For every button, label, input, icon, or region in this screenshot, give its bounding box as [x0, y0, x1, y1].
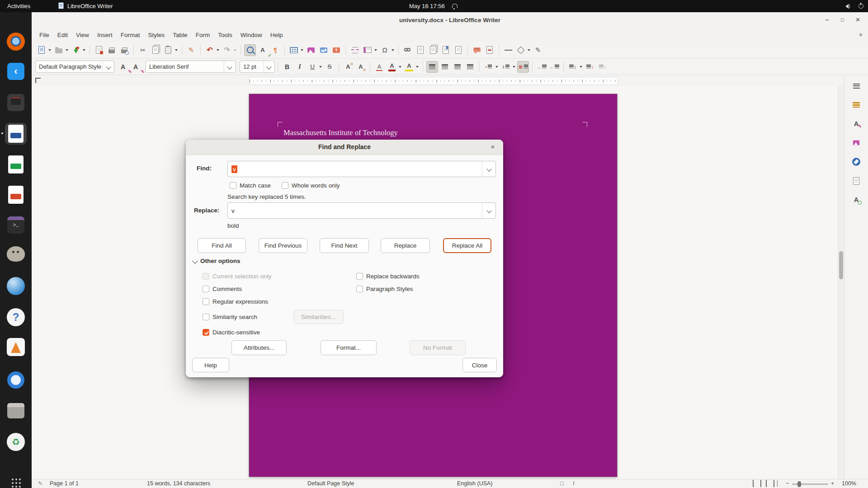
insert-footnote-icon[interactable] [415, 44, 426, 56]
help-button[interactable]: Help [192, 358, 229, 372]
similarity-search-checkbox[interactable] [203, 314, 209, 320]
new-document-dropdown[interactable] [48, 49, 51, 51]
dock-blue-ring-app-icon[interactable] [5, 369, 27, 391]
font-size-dropdown[interactable] [264, 61, 274, 72]
align-right-icon[interactable] [452, 61, 463, 73]
clock[interactable]: May 16 17:56 [409, 0, 445, 12]
tab-stop-selector-icon[interactable] [35, 78, 41, 83]
zoom-percent[interactable]: 100% [842, 479, 856, 488]
replace-backwards-checkbox[interactable] [356, 273, 363, 280]
insert-image-icon[interactable] [305, 44, 317, 56]
zoom-slider[interactable] [792, 483, 828, 485]
align-left-icon[interactable] [426, 61, 438, 73]
font-size-combo[interactable]: 12 pt [240, 61, 275, 73]
dock-firefox-icon[interactable] [5, 31, 27, 52]
other-options-expander-icon[interactable] [192, 258, 198, 264]
menu-form[interactable]: Form [192, 28, 214, 42]
cross-reference-icon[interactable] [453, 44, 464, 56]
insert-text-box-icon[interactable] [330, 44, 342, 56]
freeform-line-icon[interactable] [532, 44, 544, 56]
menu-help[interactable]: Help [266, 28, 287, 42]
dock-help-icon[interactable]: ? [5, 306, 27, 328]
cut-icon[interactable] [137, 44, 149, 56]
font-color-icon[interactable] [386, 61, 398, 73]
diacritic-sensitive-checkbox[interactable] [203, 329, 209, 336]
sidebar-menu-icon[interactable] [850, 80, 863, 92]
menu-file[interactable]: File [35, 28, 53, 42]
insert-chart-icon[interactable] [318, 44, 330, 56]
zoom-in-button[interactable]: + [831, 479, 834, 488]
regular-expressions-checkbox[interactable] [203, 298, 209, 305]
line-spacing-dropdown[interactable] [580, 66, 582, 68]
track-changes-icon[interactable] [484, 44, 495, 56]
strikethrough-icon[interactable] [324, 61, 335, 73]
menu-insert[interactable]: Insert [93, 28, 117, 42]
underline-dropdown[interactable] [319, 66, 322, 68]
page-number-status[interactable]: Page 1 of 1 [50, 479, 79, 488]
scrollbar-thumb[interactable] [839, 251, 843, 279]
comments-label[interactable]: Comments [212, 286, 242, 292]
paragraph-style-dropdown[interactable] [102, 61, 114, 72]
undo-dropdown[interactable] [217, 49, 219, 51]
volume-icon[interactable] [845, 4, 849, 9]
dialog-titlebar[interactable]: Find and Replace [186, 140, 503, 155]
insert-table-dropdown[interactable] [301, 49, 303, 51]
dock-recycle-app-icon[interactable]: ♻ [5, 431, 27, 453]
dock-dark-app-icon[interactable] [5, 92, 27, 113]
decrease-indent-icon[interactable]: ← [548, 61, 560, 73]
insert-hyperlink-icon[interactable] [402, 44, 414, 56]
attributes-button[interactable]: Attributes... [231, 340, 287, 355]
format-button[interactable]: Format... [321, 340, 377, 355]
menu-tools[interactable]: Tools [214, 28, 236, 42]
open-dropdown[interactable] [66, 49, 68, 51]
find-history-dropdown[interactable] [482, 161, 495, 177]
window-titlebar[interactable]: university.docx - LibreOffice Writer − □… [32, 12, 868, 29]
unordered-list-dropdown[interactable] [495, 66, 498, 68]
match-case-label[interactable]: Match case [240, 182, 271, 189]
no-list-icon[interactable]: ⊗ [517, 61, 529, 73]
print-preview-icon[interactable] [118, 44, 130, 56]
insert-table-icon[interactable] [288, 44, 300, 56]
dock-blue-sphere-app-icon[interactable] [5, 275, 27, 297]
menu-view[interactable]: View [72, 28, 93, 42]
replace-all-button[interactable]: Replace All [443, 238, 491, 253]
paste-dropdown[interactable] [175, 49, 178, 51]
highlight-color-icon[interactable] [403, 61, 415, 73]
regular-expressions-label[interactable]: Regular expressions [212, 298, 268, 305]
whole-words-checkbox[interactable] [282, 182, 288, 189]
paragraph-style-combo[interactable]: Default Paragraph Style [35, 61, 114, 73]
find-previous-button[interactable]: Find Previous [259, 238, 307, 253]
replace-history-dropdown[interactable] [482, 203, 495, 218]
justified-icon[interactable] [464, 61, 476, 73]
basic-shapes-icon[interactable] [515, 44, 527, 56]
new-document-icon[interactable] [36, 44, 47, 56]
insert-field-icon[interactable] [362, 44, 373, 56]
dock-terminal-icon[interactable]: >_ [5, 214, 27, 236]
line-spacing-icon[interactable]: ↕ [567, 61, 579, 73]
align-center-icon[interactable] [439, 61, 451, 73]
replace-backwards-label[interactable]: Replace backwards [366, 273, 420, 280]
dock-vlc-icon[interactable] [5, 336, 27, 358]
save-dropdown[interactable] [83, 49, 85, 51]
spelling-icon[interactable]: A [257, 44, 269, 56]
bold-icon[interactable] [281, 61, 293, 73]
zoom-out-button[interactable]: − [786, 479, 789, 488]
insert-field-dropdown[interactable] [374, 49, 377, 51]
minimize-button[interactable]: − [820, 12, 835, 28]
ordered-list-icon[interactable]: 1 [500, 61, 512, 73]
basic-shapes-dropdown[interactable] [528, 49, 530, 51]
replace-input[interactable]: v [227, 202, 496, 219]
replace-button[interactable]: Replace [381, 238, 430, 253]
horizontal-line-icon[interactable] [502, 44, 514, 56]
menu-window[interactable]: Window [236, 28, 266, 42]
focused-app-name[interactable]: LibreOffice Writer [58, 0, 113, 12]
menu-edit[interactable]: Edit [53, 28, 72, 42]
other-options-label[interactable]: Other options [200, 258, 241, 264]
print-icon[interactable] [106, 44, 118, 56]
page-style-status[interactable]: Default Page Style [307, 479, 354, 488]
close-document-icon[interactable]: × [859, 28, 863, 42]
clone-formatting-icon[interactable] [185, 44, 197, 56]
font-name-combo[interactable]: Liberation Serif [146, 61, 236, 73]
multi-page-view-icon[interactable] [760, 479, 761, 488]
dock-calc-icon[interactable] [5, 154, 27, 175]
